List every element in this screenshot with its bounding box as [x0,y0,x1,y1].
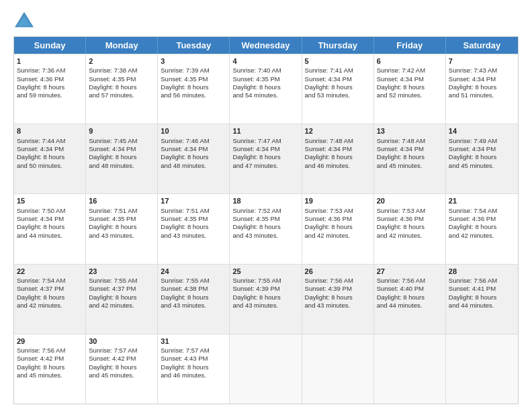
cal-cell [302,334,374,404]
cal-cell: 10Sunrise: 7:46 AMSunset: 4:34 PMDayligh… [158,124,230,193]
cal-cell: 14Sunrise: 7:49 AMSunset: 4:34 PMDayligh… [446,124,518,193]
cal-header-friday: Friday [374,37,446,54]
cal-cell: 25Sunrise: 7:55 AMSunset: 4:39 PMDayligh… [230,265,302,334]
cal-cell [446,334,518,404]
cal-row-2: 15Sunrise: 7:50 AMSunset: 4:34 PMDayligh… [14,193,518,263]
cal-cell: 22Sunrise: 7:54 AMSunset: 4:37 PMDayligh… [14,265,86,334]
calendar-body: 1Sunrise: 7:36 AMSunset: 4:36 PMDaylight… [14,54,518,404]
cal-cell: 29Sunrise: 7:56 AMSunset: 4:42 PMDayligh… [14,334,86,404]
cal-cell: 6Sunrise: 7:42 AMSunset: 4:34 PMDaylight… [374,54,446,124]
cal-cell: 26Sunrise: 7:56 AMSunset: 4:39 PMDayligh… [302,265,374,334]
logo-icon [13,11,35,30]
cal-cell: 17Sunrise: 7:51 AMSunset: 4:35 PMDayligh… [158,194,230,263]
cal-cell: 23Sunrise: 7:55 AMSunset: 4:37 PMDayligh… [86,265,158,334]
cal-cell: 19Sunrise: 7:53 AMSunset: 4:36 PMDayligh… [302,194,374,263]
calendar-header: SundayMondayTuesdayWednesdayThursdayFrid… [14,37,518,54]
cal-cell: 16Sunrise: 7:51 AMSunset: 4:35 PMDayligh… [86,194,158,263]
cal-cell: 11Sunrise: 7:47 AMSunset: 4:34 PMDayligh… [230,124,302,193]
cal-cell: 12Sunrise: 7:48 AMSunset: 4:34 PMDayligh… [302,124,374,193]
cal-cell: 31Sunrise: 7:57 AMSunset: 4:43 PMDayligh… [158,334,230,404]
logo [13,11,38,30]
cal-cell: 18Sunrise: 7:52 AMSunset: 4:35 PMDayligh… [230,194,302,263]
cal-cell: 4Sunrise: 7:40 AMSunset: 4:35 PMDaylight… [230,54,302,124]
cal-row-0: 1Sunrise: 7:36 AMSunset: 4:36 PMDaylight… [14,54,518,124]
cal-header-sunday: Sunday [14,37,86,54]
cal-row-4: 29Sunrise: 7:56 AMSunset: 4:42 PMDayligh… [14,334,518,404]
cal-cell: 2Sunrise: 7:38 AMSunset: 4:35 PMDaylight… [86,54,158,124]
cal-header-tuesday: Tuesday [158,37,230,54]
cal-cell: 20Sunrise: 7:53 AMSunset: 4:36 PMDayligh… [374,194,446,263]
header [13,11,519,30]
cal-cell: 5Sunrise: 7:41 AMSunset: 4:34 PMDaylight… [302,54,374,124]
cal-cell: 8Sunrise: 7:44 AMSunset: 4:34 PMDaylight… [14,124,86,193]
cal-header-monday: Monday [86,37,158,54]
cal-cell: 7Sunrise: 7:43 AMSunset: 4:34 PMDaylight… [446,54,518,124]
cal-cell [374,334,446,404]
cal-header-thursday: Thursday [302,37,374,54]
cal-cell: 27Sunrise: 7:56 AMSunset: 4:40 PMDayligh… [374,265,446,334]
cal-cell: 13Sunrise: 7:48 AMSunset: 4:34 PMDayligh… [374,124,446,193]
cal-cell: 21Sunrise: 7:54 AMSunset: 4:36 PMDayligh… [446,194,518,263]
cal-cell: 3Sunrise: 7:39 AMSunset: 4:35 PMDaylight… [158,54,230,124]
cal-cell: 24Sunrise: 7:55 AMSunset: 4:38 PMDayligh… [158,265,230,334]
cal-header-saturday: Saturday [446,37,518,54]
calendar: SundayMondayTuesdayWednesdayThursdayFrid… [13,36,519,404]
cal-cell: 15Sunrise: 7:50 AMSunset: 4:34 PMDayligh… [14,194,86,263]
cal-cell: 1Sunrise: 7:36 AMSunset: 4:36 PMDaylight… [14,54,86,124]
page: SundayMondayTuesdayWednesdayThursdayFrid… [0,0,532,411]
cal-cell: 30Sunrise: 7:57 AMSunset: 4:42 PMDayligh… [86,334,158,404]
cal-cell: 9Sunrise: 7:45 AMSunset: 4:34 PMDaylight… [86,124,158,193]
cal-cell [230,334,302,404]
cal-row-3: 22Sunrise: 7:54 AMSunset: 4:37 PMDayligh… [14,264,518,334]
cal-row-1: 8Sunrise: 7:44 AMSunset: 4:34 PMDaylight… [14,124,518,193]
cal-cell: 28Sunrise: 7:56 AMSunset: 4:41 PMDayligh… [446,265,518,334]
cal-header-wednesday: Wednesday [230,37,302,54]
